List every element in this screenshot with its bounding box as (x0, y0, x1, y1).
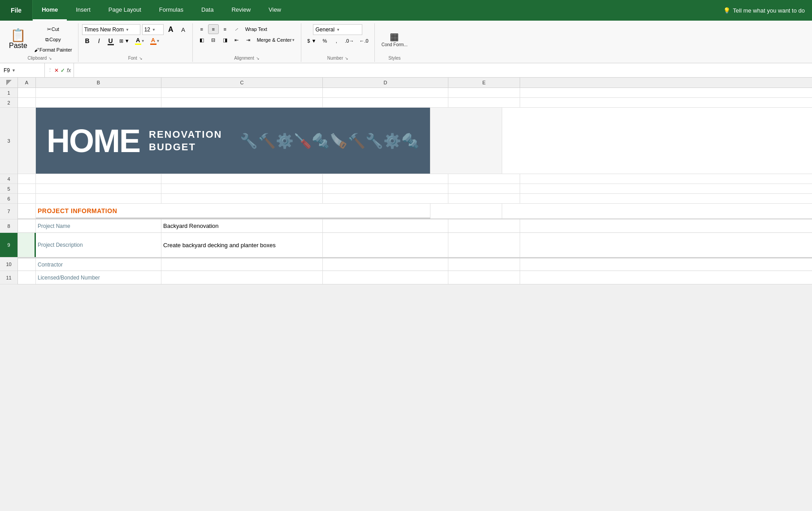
cell-b8-label[interactable]: Project Name (36, 219, 161, 232)
name-box-dropdown[interactable]: ▼ (12, 68, 16, 73)
align-left-button[interactable]: ◧ (196, 35, 207, 45)
cell-e8[interactable] (448, 219, 520, 232)
cell-e7[interactable] (430, 204, 502, 218)
cell-b9-label[interactable]: Project Description (36, 233, 161, 257)
cell-e11[interactable] (448, 271, 520, 284)
cell-d9[interactable] (323, 233, 448, 257)
cell-b5[interactable] (36, 184, 161, 193)
cell-b7-section-header[interactable]: PROJECT INFORMATION (36, 204, 430, 218)
alignment-expand-icon[interactable]: ↘ (256, 56, 260, 61)
cancel-formula-button[interactable]: ✕ (54, 67, 59, 74)
cell-d4[interactable] (323, 174, 448, 183)
cell-a4[interactable] (18, 174, 36, 183)
cut-button[interactable]: ✂ Cut (32, 24, 74, 34)
row-num-4[interactable]: 4 (0, 174, 17, 184)
confirm-formula-button[interactable]: ✓ (61, 67, 65, 74)
bold-button[interactable]: B (82, 36, 93, 46)
number-format-select[interactable]: General ▼ (313, 24, 362, 35)
tab-page-layout[interactable]: Page Layout (100, 0, 150, 21)
wrap-text-button[interactable]: Wrap Text (243, 24, 269, 34)
tab-formulas[interactable]: Formulas (150, 0, 192, 21)
cell-c1[interactable] (161, 88, 323, 97)
comma-button[interactable]: , (331, 36, 342, 46)
cell-b6[interactable] (36, 194, 161, 203)
cell-d5[interactable] (323, 184, 448, 193)
align-top-left-button[interactable]: ≡ (196, 24, 207, 34)
col-header-b[interactable]: B (36, 78, 161, 87)
format-painter-button[interactable]: 🖌 Format Painter (32, 45, 74, 55)
formula-expand-icon[interactable]: ⋮ (48, 67, 52, 73)
col-header-d[interactable]: D (323, 78, 448, 87)
italic-button[interactable]: I (94, 36, 104, 46)
cell-d10[interactable] (323, 258, 448, 271)
row-num-6[interactable]: 6 (0, 194, 17, 204)
paste-button[interactable]: 📋 Paste (5, 28, 31, 51)
percent-button[interactable]: % (319, 36, 330, 46)
tab-view[interactable]: View (260, 0, 290, 21)
fx-button[interactable]: fx (67, 67, 71, 74)
font-color-button[interactable]: A ▼ (148, 36, 162, 46)
row-num-5[interactable]: 5 (0, 184, 17, 194)
clipboard-expand-icon[interactable]: ↘ (48, 56, 52, 61)
cell-a9[interactable] (18, 233, 36, 257)
align-top-right-button[interactable]: ≡ (220, 24, 230, 34)
underline-button[interactable]: U (105, 36, 116, 46)
cell-a1[interactable] (18, 88, 36, 97)
decrease-indent-button[interactable]: ⇤ (231, 35, 242, 45)
cell-e10[interactable] (448, 258, 520, 271)
merge-center-button[interactable]: Merge & Center ▼ (255, 35, 298, 45)
cell-d1[interactable] (323, 88, 448, 97)
cell-a8[interactable] (18, 219, 36, 232)
name-box[interactable]: F9 ▼ (0, 63, 45, 77)
cell-b1[interactable] (36, 88, 161, 97)
currency-button[interactable]: $ ▼ (305, 36, 318, 46)
cell-d11[interactable] (323, 271, 448, 284)
increase-indent-button[interactable]: ⇥ (243, 35, 254, 45)
font-family-select[interactable]: Times New Rom ▼ (82, 24, 140, 35)
cell-c11-value[interactable] (161, 271, 323, 284)
row-num-1[interactable]: 1 (0, 88, 17, 98)
tab-review[interactable]: Review (222, 0, 260, 21)
tell-me-area[interactable]: 💡 Tell me what you want to do (716, 0, 812, 21)
number-expand-icon[interactable]: ↘ (345, 56, 348, 61)
tab-insert[interactable]: Insert (67, 0, 100, 21)
col-header-a[interactable]: A (18, 78, 36, 87)
cell-c5[interactable] (161, 184, 323, 193)
col-header-e[interactable]: E (448, 78, 520, 87)
cell-c4[interactable] (161, 174, 323, 183)
font-expand-icon[interactable]: ↘ (139, 56, 143, 61)
row-num-7[interactable]: 7 (0, 204, 17, 219)
cell-d2[interactable]: ENTER EXPENSES (323, 98, 448, 107)
cell-b4[interactable] (36, 174, 161, 183)
col-header-c[interactable]: C (161, 78, 323, 87)
decrease-decimal-button[interactable]: ←.0 (357, 36, 371, 46)
cell-a6[interactable] (18, 194, 36, 203)
cond-format-button[interactable]: ▦ Cond Form... (378, 26, 411, 53)
shrink-font-button[interactable]: A (178, 25, 189, 35)
cell-b2[interactable] (36, 98, 161, 107)
grow-font-button[interactable]: A (165, 25, 176, 35)
highlight-button[interactable]: A ▼ (133, 36, 147, 46)
tab-home[interactable]: Home (33, 0, 67, 21)
row-num-10[interactable]: 10 (0, 258, 17, 271)
cell-c2[interactable] (161, 98, 323, 107)
cell-c8-value[interactable]: Backyard Renovation (161, 219, 323, 232)
banner-cell[interactable]: HOME RENOVATION BUDGET 🔧🔨⚙️🪛🔩🪚🔨🔧⚙️🔩 (36, 108, 430, 174)
cell-e3[interactable] (430, 108, 502, 174)
row-num-8[interactable]: 8 (0, 219, 17, 233)
row-num-3[interactable]: 3 (0, 108, 17, 174)
align-right-button[interactable]: ◨ (220, 35, 230, 45)
cell-a7[interactable] (18, 204, 36, 218)
cell-c9-value[interactable]: Create backyard decking and planter boxe… (161, 233, 323, 257)
cell-e4[interactable] (448, 174, 520, 183)
cell-e2[interactable] (448, 98, 520, 107)
row-num-9[interactable]: 9 (0, 233, 17, 258)
file-tab[interactable]: File (0, 0, 33, 21)
copy-button[interactable]: ⧉ Copy (32, 35, 74, 44)
cell-e1[interactable] (448, 88, 520, 97)
row-num-11[interactable]: 11 (0, 271, 17, 284)
tab-data[interactable]: Data (192, 0, 222, 21)
font-size-select[interactable]: 12 ▼ (142, 24, 164, 35)
borders-button[interactable]: ⊞ ▼ (117, 36, 132, 46)
cell-e9[interactable] (448, 233, 520, 257)
